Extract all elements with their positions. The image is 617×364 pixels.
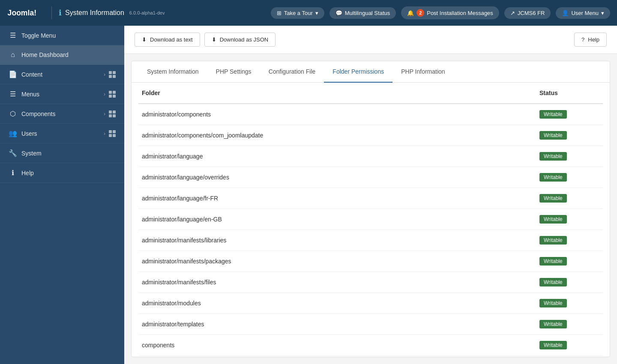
download-json-button[interactable]: ⬇ Download as JSON: [204, 33, 276, 47]
sidebar-item-users[interactable]: 👥 Users ›: [0, 124, 124, 143]
folder-cell: administrator/language/fr-FR: [142, 195, 539, 202]
sidebar-item-home-dashboard[interactable]: ⌂ Home Dashboard: [0, 45, 124, 65]
status-badge: Writable: [539, 173, 567, 182]
tour-icon: ⊞: [277, 10, 282, 16]
status-cell: Writable: [539, 320, 599, 328]
download-text-icon: ⬇: [142, 36, 147, 43]
content-icon: 📄: [9, 70, 17, 78]
main-panel: System Information PHP Settings Configur…: [131, 61, 610, 357]
sidebar-label-system: System: [21, 150, 42, 157]
menus-icon: ☰: [9, 90, 17, 98]
help-button[interactable]: ? Help: [574, 33, 607, 47]
download-text-button[interactable]: ⬇ Download as text: [135, 33, 200, 47]
jcms6-button[interactable]: ↗ JCMS6 FR: [504, 7, 551, 19]
system-icon: 🔧: [9, 149, 17, 157]
table-row: administrator/components Writable: [138, 104, 603, 125]
folder-cell: administrator/manifests/libraries: [142, 237, 539, 244]
tab-system-information[interactable]: System Information: [138, 61, 207, 83]
tab-configuration-file[interactable]: Configuration File: [260, 61, 324, 83]
folder-cell: administrator/language/en-GB: [142, 216, 539, 223]
status-badge: Writable: [539, 341, 567, 349]
folder-cell: administrator/language: [142, 153, 539, 160]
toolbar: ⬇ Download as text ⬇ Download as JSON ? …: [124, 26, 617, 54]
table-row: administrator/templates Writable: [138, 314, 603, 335]
status-cell: Writable: [539, 194, 599, 203]
status-cell: Writable: [539, 215, 599, 224]
status-cell: Writable: [539, 173, 599, 182]
table-row: administrator/language/en-GB Writable: [138, 209, 603, 230]
status-badge: Writable: [539, 194, 567, 203]
tab-folder-permissions[interactable]: Folder Permissions: [324, 61, 392, 83]
sidebar-label-menus: Menus: [21, 91, 39, 98]
home-icon: ⌂: [9, 51, 17, 59]
status-badge: Writable: [539, 257, 567, 266]
status-badge: Writable: [539, 320, 567, 328]
sidebar: ☰ Toggle Menu ⌂ Home Dashboard 📄 Content…: [0, 26, 124, 364]
folder-cell: administrator/components: [142, 111, 539, 118]
sidebar-item-components[interactable]: ⬡ Components ›: [0, 104, 124, 124]
folder-cell: administrator/components/com_joomlaupdat…: [142, 132, 539, 139]
status-badge: Writable: [539, 131, 567, 140]
chevron-right-icon: ›: [104, 111, 105, 117]
folder-permissions-table: Folder Status administrator/components W…: [132, 83, 610, 356]
sidebar-item-content[interactable]: 📄 Content ›: [0, 65, 124, 84]
status-cell: Writable: [539, 131, 599, 140]
sidebar-label-components: Components: [21, 110, 55, 117]
tabs-container: System Information PHP Settings Configur…: [132, 61, 610, 83]
grid-icon: [109, 130, 116, 137]
sidebar-label-content: Content: [21, 71, 42, 78]
top-navbar: Joomla! ℹ System Information 6.0.0-alpha…: [0, 0, 617, 26]
take-a-tour-button[interactable]: ⊞ Take a Tour ▾: [271, 7, 324, 19]
status-cell: Writable: [539, 236, 599, 245]
status-badge: Writable: [539, 215, 567, 224]
col-folder-header: Folder: [142, 90, 539, 96]
chevron-down-icon: ▾: [315, 10, 318, 16]
status-cell: Writable: [539, 152, 599, 161]
help-icon: ℹ: [9, 169, 17, 177]
joomla-logo-icon: Joomla!: [7, 5, 41, 21]
folder-cell: components: [142, 342, 539, 349]
table-row: administrator/components/com_joomlaupdat…: [138, 125, 603, 146]
table-row: administrator/manifests/packages Writabl…: [138, 251, 603, 272]
chevron-down-icon: ▾: [601, 10, 604, 16]
folder-cell: administrator/manifests/files: [142, 279, 539, 286]
status-badge: Writable: [539, 110, 567, 119]
status-badge: Writable: [539, 152, 567, 161]
table-header: Folder Status: [138, 83, 603, 104]
grid-icon: [109, 110, 116, 117]
download-json-icon: ⬇: [212, 36, 216, 43]
notification-badge: 2: [416, 9, 424, 17]
status-cell: Writable: [539, 257, 599, 266]
chevron-right-icon: ›: [104, 91, 105, 97]
chevron-right-icon: ›: [104, 72, 105, 78]
sidebar-toggle[interactable]: ☰ Toggle Menu: [0, 26, 124, 45]
sidebar-item-system[interactable]: 🔧 System: [0, 143, 124, 163]
table-row: components Writable: [138, 335, 603, 356]
table-body: administrator/components Writable admini…: [138, 104, 603, 356]
sidebar-item-menus[interactable]: ☰ Menus ›: [0, 84, 124, 104]
tab-php-information[interactable]: PHP Information: [392, 61, 453, 83]
status-cell: Writable: [539, 110, 599, 119]
toggle-menu-icon: ☰: [9, 31, 17, 39]
brand: Joomla!: [7, 5, 41, 21]
table-row: administrator/language/overrides Writabl…: [138, 167, 603, 188]
tab-php-settings[interactable]: PHP Settings: [207, 61, 260, 83]
table-row: administrator/manifests/libraries Writab…: [138, 230, 603, 251]
help-question-icon: ?: [581, 36, 584, 43]
components-icon: ⬡: [9, 110, 17, 118]
folder-cell: administrator/language/overrides: [142, 174, 539, 181]
col-status-header: Status: [539, 90, 599, 96]
status-badge: Writable: [539, 236, 567, 245]
chevron-right-icon: ›: [104, 131, 105, 137]
folder-cell: administrator/modules: [142, 300, 539, 307]
table-row: administrator/language/fr-FR Writable: [138, 188, 603, 209]
status-cell: Writable: [539, 278, 599, 286]
bell-icon: 🔔: [407, 10, 414, 16]
user-menu-button[interactable]: 👤 User Menu ▾: [556, 7, 610, 19]
post-installation-button[interactable]: 🔔 2 Post Installation Messages: [401, 6, 499, 19]
multilingual-status-button[interactable]: 💬 Multilingual Status: [329, 7, 396, 19]
sidebar-item-help[interactable]: ℹ Help: [0, 163, 124, 183]
status-badge: Writable: [539, 278, 567, 286]
grid-icon: [109, 71, 116, 78]
table-row: administrator/manifests/files Writable: [138, 272, 603, 293]
